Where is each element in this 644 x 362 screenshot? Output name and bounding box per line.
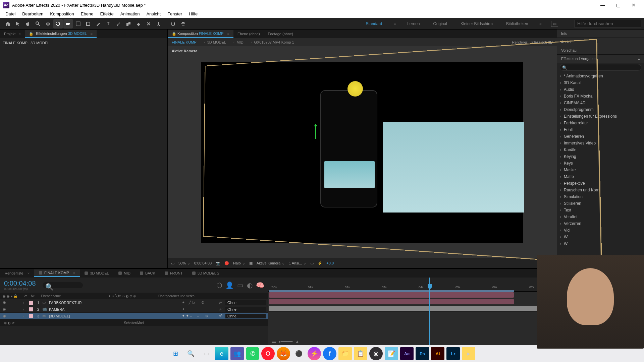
layer-color-chip[interactable] [29,301,33,305]
minimize-button[interactable]: — [595,0,610,10]
taskbar-app-icon[interactable]: ⚫ [292,347,306,360]
snapshot-icon[interactable]: 📷 [216,261,220,265]
viewer-timecode[interactable]: 0:00:04:08 [194,261,212,265]
menu-ansicht[interactable]: Ansicht [143,10,164,17]
breadcrumb-item[interactable]: MID [237,40,244,44]
zoom-slider[interactable]: ●━━━━━ [278,339,292,344]
layer-bar[interactable] [269,292,514,298]
brush-tool[interactable] [114,19,123,28]
menu-datei[interactable]: Datei [2,10,19,17]
visibility-toggle[interactable]: ◉ [3,307,8,311]
pixel-aspect-icon[interactable]: ▭ [310,261,314,265]
parent-dropdown[interactable]: Ohne [225,307,266,312]
layer-bar[interactable] [269,306,557,311]
close-button[interactable]: ✕ [626,0,641,10]
layer-row[interactable]: ◉ › 3 ▭ [3D MODEL] ✦ ✦ – – ⊕ ☍ Ohne [0,313,268,319]
menu-fenster[interactable]: Fenster [164,10,185,17]
workspace-panel-icon[interactable]: ▭ [551,21,558,27]
timeline-frame-blend-icon[interactable]: ▭ [237,281,244,289]
menu-effekte[interactable]: Effekte [97,10,117,17]
taskbar-ai-icon[interactable]: Ai [431,347,444,360]
layer-name[interactable]: FARBKORREKTUR [47,301,182,305]
tab-renderliste[interactable]: Renderliste × [0,270,34,277]
tab-ebene[interactable]: Ebene (ohne) [233,31,264,37]
tab-finale-komp[interactable]: FINALE KOMP ≡ [34,269,80,277]
parent-dropdown[interactable]: Ohne [225,300,266,305]
workspace-kleiner[interactable]: Kleiner Bildschirm [459,20,495,27]
workspace-lernen[interactable]: Lernen [405,20,422,27]
visibility-toggle[interactable]: ◉ [3,314,8,318]
menu-bearbeiten[interactable]: Bearbeiten [19,10,47,17]
channel-icon[interactable]: 🔴 [224,261,229,265]
pen-tool[interactable] [94,19,103,28]
taskbar-notes-icon[interactable]: 📋 [354,347,367,360]
layer-row[interactable]: ◉ › 2 📹 KAMERA ✦ ☍ Ohne [0,306,268,313]
workspace-original[interactable]: Original [431,20,449,27]
taskbar-ps-icon[interactable]: Ps [416,347,429,360]
magnification-icon[interactable]: ▭ [171,261,174,265]
taskbar-notepad-icon[interactable]: 📝 [385,347,398,360]
taskbar-opera-icon[interactable]: O [261,347,275,360]
panel-menu-icon[interactable]: ≡ [638,57,640,61]
taskbar-ae-icon[interactable]: Ae [400,347,414,360]
shape-tool[interactable] [84,19,93,28]
timeline-shy-icon[interactable]: 👤 [225,281,234,289]
resolution-dropdown[interactable]: Halb ⌄ [233,261,245,265]
roto-tool[interactable] [144,19,153,28]
layer-color-chip[interactable] [29,307,33,311]
pan-behind-tool[interactable] [73,19,83,28]
fast-previews-icon[interactable]: ⚡ [318,261,322,265]
tab-mid[interactable]: MID [114,270,135,277]
composition-viewer[interactable]: Aktive Kamera [168,46,557,258]
tab-3d-model-2[interactable]: 3D MODEL 2 [187,270,224,277]
menu-hilfe[interactable]: Hilfe [185,10,201,17]
layer-color-chip[interactable] [29,314,33,318]
workspace-bibliotheken[interactable]: Bibliotheken [504,20,530,27]
timeline-footer[interactable]: ⊕ ◐ ⟳ Schalter/Modi [0,319,268,326]
camera-dropdown[interactable]: Aktive Kamera ⌄ [257,261,285,265]
y-axis-gizmo[interactable] [315,125,316,139]
tab-front[interactable]: FRONT [160,270,187,277]
tab-back[interactable]: BACK [135,270,160,277]
eraser-tool[interactable] [134,19,143,28]
y-axis-arrow-icon[interactable] [314,124,317,126]
visibility-toggle[interactable]: ◉ [3,300,8,305]
menu-ebene[interactable]: Ebene [77,10,97,17]
parent-dropdown[interactable]: Ohne [225,314,266,318]
taskbar-teams-icon[interactable]: 👥 [230,347,244,360]
menu-animation[interactable]: Animation [117,10,143,17]
taskbar-search-icon[interactable]: 🔍 [184,347,198,360]
hand-tool[interactable] [23,19,33,28]
timeline-graph-icon[interactable]: ⬡ [216,281,222,289]
composition-canvas[interactable] [201,62,523,243]
orbit-tool[interactable] [43,19,53,28]
clone-tool[interactable] [124,19,133,28]
taskbar-folder-icon[interactable]: ▸ [462,347,475,360]
taskbar-edge-icon[interactable]: e [215,347,228,360]
views-dropdown[interactable]: 1 Ansi... ⌄ [289,261,306,265]
zoom-out-icon[interactable]: ▬ [272,339,276,344]
zoom-dropdown[interactable]: 50% ⌄ [178,261,190,265]
snap-tool[interactable] [168,19,178,28]
tab-effekteinstellungen[interactable]: 🔒 Effekteinstellungen 3D MODEL ≡ [25,30,97,38]
timeline-brain-icon[interactable]: 🧠 [256,281,264,289]
maximize-button[interactable]: ▢ [610,0,626,10]
breadcrumb-item[interactable]: 3D MODEL [207,40,226,44]
taskbar-facebook-icon[interactable]: f [323,347,336,360]
menu-komposition[interactable]: Komposition [47,10,77,17]
playhead[interactable] [429,278,430,345]
text-tool[interactable]: T [104,19,113,28]
camera-tool[interactable] [63,19,73,28]
exposure-value[interactable]: +0,0 [326,261,334,265]
workspace-standard[interactable]: Standard [364,20,384,27]
tab-projekt[interactable]: Projekt × [0,31,25,37]
tab-3d-model[interactable]: 3D MODEL [80,270,113,277]
breadcrumb-item[interactable]: FINALE KOMP [172,40,197,44]
zoom-tool[interactable] [33,19,43,28]
taskbar-messenger-icon[interactable]: ⚡ [308,347,321,360]
transparency-grid-icon[interactable]: ▦ [249,261,253,265]
taskbar-obs-icon[interactable]: ◉ [369,347,383,360]
puppet-tool[interactable] [154,19,163,28]
breadcrumb-item[interactable]: GX010707.MP4 Komp 1 [254,40,294,44]
panel-info[interactable]: Info [557,29,644,38]
